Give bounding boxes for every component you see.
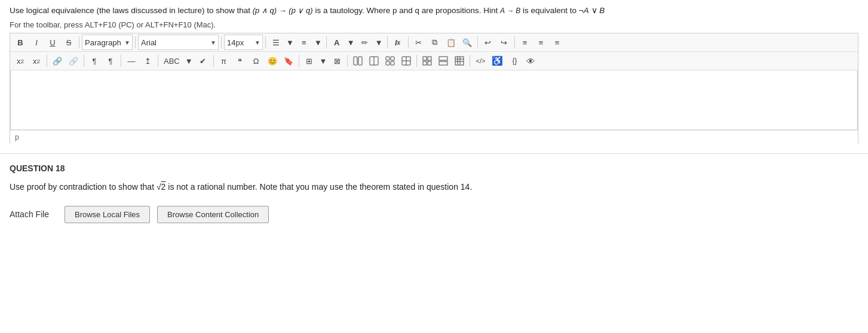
bookmark-button[interactable]: 🔖: [281, 53, 296, 69]
cut-button[interactable]: ✂: [411, 35, 427, 50]
sep-r2-1: [47, 55, 47, 67]
editor-footer: p: [10, 130, 858, 144]
svg-rect-14: [428, 61, 431, 65]
formula-main: (p ∧ q) → (p ∨ q): [253, 6, 313, 15]
paragraph-select-wrapper[interactable]: Paragraph Heading 1 Heading 2 ▼: [82, 35, 133, 50]
instruction-line1-prefix: Use logical equivalence (the laws discus…: [10, 6, 253, 15]
undo-button[interactable]: ↩: [480, 35, 496, 50]
sep-r2-7: [347, 55, 348, 67]
table-merge-button[interactable]: [382, 53, 398, 69]
indent-button[interactable]: ¶: [87, 53, 102, 69]
spellcheck-button[interactable]: ABC: [161, 53, 183, 69]
horizontal-rule-button[interactable]: —: [124, 53, 139, 69]
sep-3: [221, 36, 222, 48]
css-button[interactable]: {}: [507, 53, 522, 69]
font-color-button[interactable]: A: [329, 35, 345, 50]
svg-rect-1: [358, 57, 362, 65]
svg-rect-13: [423, 61, 427, 65]
toolbar-row-1: B I U S Paragraph Heading 1 Heading 2 ▼ …: [10, 33, 858, 52]
table-delete-button[interactable]: ⊠: [329, 53, 345, 69]
svg-rect-17: [455, 57, 464, 65]
table-dropdown[interactable]: ▼: [318, 53, 329, 69]
redo-button[interactable]: ↪: [496, 35, 512, 50]
svg-rect-7: [391, 61, 394, 65]
unordered-list-dropdown[interactable]: ▼: [284, 35, 296, 50]
svg-rect-15: [439, 57, 447, 60]
subscript-button[interactable]: x2: [29, 53, 44, 69]
toolbar-container: B I U S Paragraph Heading 1 Heading 2 ▼ …: [10, 33, 858, 144]
table-grid3-button[interactable]: [452, 53, 467, 69]
align-right-button[interactable]: ≡: [550, 35, 565, 50]
table-split-button[interactable]: [398, 53, 414, 69]
sep-r2-5: [213, 55, 214, 67]
section-divider: [0, 153, 868, 154]
svg-rect-16: [439, 61, 447, 65]
question18-text-suffix: is not a rational number. Note that you …: [165, 182, 472, 192]
editor-area[interactable]: [10, 70, 858, 130]
table-grid2-button[interactable]: [435, 53, 451, 69]
sep-r2-3: [121, 55, 121, 67]
link-button[interactable]: 🔗: [50, 53, 65, 69]
table-col-button[interactable]: [350, 53, 366, 69]
sep-4: [265, 36, 266, 48]
sep-r2-9: [470, 55, 470, 67]
search-button[interactable]: 🔍: [459, 35, 475, 50]
top-section: Use logical equivalence (the laws discus…: [0, 0, 868, 144]
check-button[interactable]: ✔: [195, 53, 211, 69]
sep-9: [514, 36, 515, 48]
superscript-button[interactable]: x2: [13, 53, 28, 69]
sep-2: [135, 36, 136, 48]
browse-content-button[interactable]: Browse Content Collection: [157, 206, 269, 223]
emoji-button[interactable]: 😊: [265, 53, 280, 69]
font-select-wrapper[interactable]: Arial Times New Roman Courier New ▼: [138, 35, 219, 50]
highlight-dropdown[interactable]: ▼: [373, 35, 385, 50]
highlight-button[interactable]: ✏: [357, 35, 373, 50]
align-left-button[interactable]: ≡: [517, 35, 533, 50]
bold-button[interactable]: B: [13, 35, 28, 50]
preview-button[interactable]: 👁: [523, 53, 538, 69]
font-select[interactable]: Arial Times New Roman Courier New: [138, 35, 219, 50]
svg-rect-4: [386, 57, 389, 60]
sep-r2-4: [158, 55, 158, 67]
editor-footer-label: p: [15, 133, 19, 141]
table-grid-button[interactable]: [419, 53, 435, 69]
ordered-list-button[interactable]: ≡: [296, 35, 312, 50]
size-select-wrapper[interactable]: 14px 12px 16px 18px ▼: [224, 35, 263, 50]
unlink-button[interactable]: 🔗: [66, 53, 81, 69]
table-col2-button[interactable]: [366, 53, 382, 69]
blockquote-button[interactable]: ❝: [232, 53, 248, 69]
align-center-button[interactable]: ≡: [533, 35, 549, 50]
editor-content[interactable]: [16, 75, 852, 123]
source-button[interactable]: </>: [473, 53, 488, 69]
question18-text: Use proof by contradiction to show that …: [10, 180, 858, 193]
spellcheck-dropdown[interactable]: ▼: [183, 53, 195, 69]
size-select[interactable]: 14px 12px 16px 18px: [224, 35, 263, 50]
clear-format-button[interactable]: Ix: [390, 35, 406, 50]
toolbar-hint: For the toolbar, press ALT+F10 (PC) or A…: [10, 20, 858, 29]
question18-header: QUESTION 18: [10, 164, 858, 173]
omega-button[interactable]: Ω: [249, 53, 264, 69]
sep-6: [387, 36, 388, 48]
table-button[interactable]: ⊞: [302, 53, 317, 69]
italic-button[interactable]: I: [29, 35, 44, 50]
strikethrough-button[interactable]: S: [61, 35, 76, 50]
browse-local-button[interactable]: Browse Local Files: [65, 206, 150, 223]
outdent-button[interactable]: ¶: [103, 53, 118, 69]
question18-section: QUESTION 18 Use proof by contradiction t…: [0, 164, 868, 232]
instruction-hint-suffix: is equivalent to ¬A ∨ B: [520, 6, 605, 15]
anchor-button[interactable]: ↥: [140, 53, 155, 69]
underline-button[interactable]: U: [45, 35, 60, 50]
sep-r2-8: [416, 55, 417, 67]
paragraph-select[interactable]: Paragraph Heading 1 Heading 2: [82, 35, 133, 50]
copy-button[interactable]: ⧉: [427, 35, 443, 50]
paste-button[interactable]: 📋: [443, 35, 459, 50]
formula-button[interactable]: π: [216, 53, 232, 69]
toolbar-row-2: x2 x2 🔗 🔗 ¶ ¶ — ↥ ABC ▼ ✔ π ❝ Ω 😊 🔖 ⊞ ▼: [10, 52, 858, 70]
accessibility-button[interactable]: ♿: [489, 53, 506, 69]
sep-7: [408, 36, 409, 48]
font-color-dropdown[interactable]: ▼: [345, 35, 357, 50]
unordered-list-button[interactable]: ☰: [268, 35, 284, 50]
question18-text-prefix: Use proof by contradiction to show that: [10, 182, 157, 192]
ordered-list-dropdown[interactable]: ▼: [312, 35, 324, 50]
sep-r2-6: [299, 55, 299, 67]
